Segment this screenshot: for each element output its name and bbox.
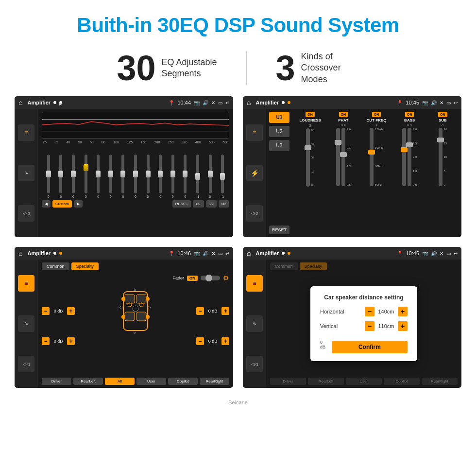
dl-vol-btn[interactable]: ◁◁ (246, 356, 263, 372)
u1-btn[interactable]: U1 (193, 200, 204, 208)
confirm-button[interactable]: Confirm (332, 341, 408, 353)
tab-common[interactable]: Common (42, 262, 69, 270)
rl-db-val: 0 dB (51, 339, 66, 344)
vol2: 🔊 (431, 100, 437, 105)
rl-minus[interactable]: − (42, 337, 50, 345)
custom-btn[interactable]: Custom (52, 200, 72, 208)
u2-preset[interactable]: U2 (269, 126, 289, 137)
home-icon4[interactable] (247, 249, 251, 257)
fl-minus[interactable]: − (42, 307, 50, 315)
copilot-btn[interactable]: Copilot (168, 378, 198, 385)
x-icon: ✕ (211, 100, 215, 105)
dialog-overlay: Car speaker distance setting Horizontal … (266, 260, 461, 388)
dot5 (53, 252, 56, 255)
stat-crossover-label: Kinds ofCrossover Modes (301, 51, 359, 85)
u3-btn[interactable]: U3 (219, 200, 229, 208)
bass-on[interactable]: ON (405, 112, 414, 117)
sp-vol-btn[interactable]: ◁◁ (18, 356, 34, 372)
vol-icon: 🔊 (203, 100, 208, 105)
eq-slider-5[interactable]: 0 (105, 155, 117, 198)
cutfreq-label: CUT FREQ (367, 118, 387, 122)
fr-db-val: 0 dB (205, 309, 220, 313)
home-icon[interactable] (18, 99, 22, 106)
u2-btn[interactable]: U2 (206, 200, 217, 208)
fader-on[interactable]: ON (187, 276, 198, 281)
phat-label: PHAT (338, 118, 348, 122)
rr-plus[interactable]: + (221, 337, 229, 345)
stat-crossover: 3 Kinds ofCrossover Modes (247, 51, 389, 86)
phat-on[interactable]: ON (339, 112, 348, 117)
back-icon[interactable]: ↩ (225, 100, 229, 105)
loudness-on[interactable]: ON (306, 112, 315, 117)
horiz-minus[interactable]: − (365, 307, 374, 316)
home-icon3[interactable] (18, 249, 22, 257)
svg-rect-7 (136, 295, 146, 303)
svg-rect-8 (125, 312, 135, 321)
reset-btn[interactable]: RESET (172, 200, 191, 208)
settings-icon[interactable]: ⚙ (223, 274, 229, 282)
stat-crossover-number: 3 (276, 51, 295, 86)
eq-slider-1[interactable]: 0 (55, 155, 67, 198)
dialog-sidebar: ≡ ∿ ◁◁ (243, 260, 266, 388)
fr-db-ctrl: − 0 dB + (196, 307, 229, 315)
eq-slider-0[interactable]: 0 (43, 155, 54, 198)
horizontal-ctrl: − 140cm + (365, 307, 408, 316)
eq-slider-9[interactable]: 0 (154, 155, 166, 198)
u1-preset[interactable]: U1 (269, 112, 289, 123)
svg-text:▷: ▷ (147, 304, 151, 310)
cross-eq-btn[interactable]: ≡ (246, 124, 263, 141)
prev-btn[interactable]: ◀ (42, 200, 51, 208)
eq-slider-3[interactable]: 5 (80, 155, 92, 198)
screen-speaker-header: Amplifier 📍 10:46 📷 🔊 ✕ ▭ ↩ (15, 247, 233, 260)
eq-slider-4[interactable]: 0 (92, 155, 104, 198)
fr-minus[interactable]: − (196, 307, 204, 315)
horiz-plus[interactable]: + (398, 307, 408, 316)
eq-slider-8[interactable]: 0 (142, 155, 154, 198)
eq-slider-6[interactable]: 0 (118, 155, 129, 198)
tab-specialty[interactable]: Specialty (71, 262, 99, 270)
sp-eq-btn[interactable]: ≡ (18, 275, 34, 292)
cutfreq-on[interactable]: ON (372, 112, 381, 117)
cross-reset-btn[interactable]: RESET (269, 226, 289, 234)
home-icon2[interactable] (247, 99, 251, 106)
all-btn[interactable]: All (105, 378, 135, 385)
screen-dialog-header: Amplifier 📍 10:46 📷 🔊 ✕ ▭ ↩ (243, 247, 461, 260)
fl-plus[interactable]: + (67, 307, 75, 315)
eq-vol-btn[interactable]: ◁◁ (18, 205, 34, 222)
screen-speaker: Amplifier 📍 10:46 📷 🔊 ✕ ▭ ↩ ≡ ∿ ◁◁ (15, 247, 233, 388)
vert-minus[interactable]: − (365, 321, 374, 331)
sp-wave-btn[interactable]: ∿ (18, 315, 34, 332)
cross-wave-btn[interactable]: ⚡ (246, 165, 263, 181)
eq-wave-btn[interactable]: ∿ (18, 165, 34, 181)
fader-slider[interactable] (201, 276, 220, 280)
rr-minus[interactable]: − (196, 337, 204, 345)
eq-slider-7[interactable]: 0 (130, 155, 141, 198)
u3-preset[interactable]: U3 (269, 140, 289, 151)
rearleft-btn[interactable]: RearLeft (73, 378, 103, 385)
driver-btn[interactable]: Driver (42, 378, 71, 385)
back4[interactable]: ↩ (454, 251, 458, 256)
back3[interactable]: ↩ (225, 251, 229, 256)
vertical-label: Vertical (320, 323, 349, 329)
dl-eq-btn[interactable]: ≡ (246, 275, 263, 292)
eq-slider-11[interactable]: 0 (180, 155, 191, 198)
eq-slider-13[interactable]: 0 (204, 155, 216, 198)
vertical-row: Vertical − 110cm + (320, 321, 408, 331)
dl-wave-btn[interactable]: ∿ (246, 315, 263, 332)
back2[interactable]: ↩ (454, 100, 458, 105)
eq-slider-2[interactable]: 0 (68, 155, 79, 198)
rearright-btn[interactable]: RearRight (200, 378, 229, 385)
play-btn[interactable]: ▶ (74, 200, 83, 208)
sub-on[interactable]: ON (438, 112, 447, 117)
user-btn[interactable]: User (136, 378, 166, 385)
vert-plus[interactable]: + (398, 321, 408, 331)
cross-vol-btn[interactable]: ◁◁ (246, 205, 263, 222)
rl-plus[interactable]: + (67, 337, 75, 345)
eq-slider-14[interactable]: -1 (217, 155, 228, 198)
eq-menu-btn[interactable]: ≡ (18, 124, 34, 141)
eq-slider-12[interactable]: -1 (192, 155, 204, 198)
screen4-title: Amplifier (255, 250, 279, 256)
stat-eq: 30 EQ AdjustableSegments (87, 51, 246, 86)
fr-plus[interactable]: + (221, 307, 229, 315)
eq-slider-10[interactable]: 0 (167, 155, 179, 198)
